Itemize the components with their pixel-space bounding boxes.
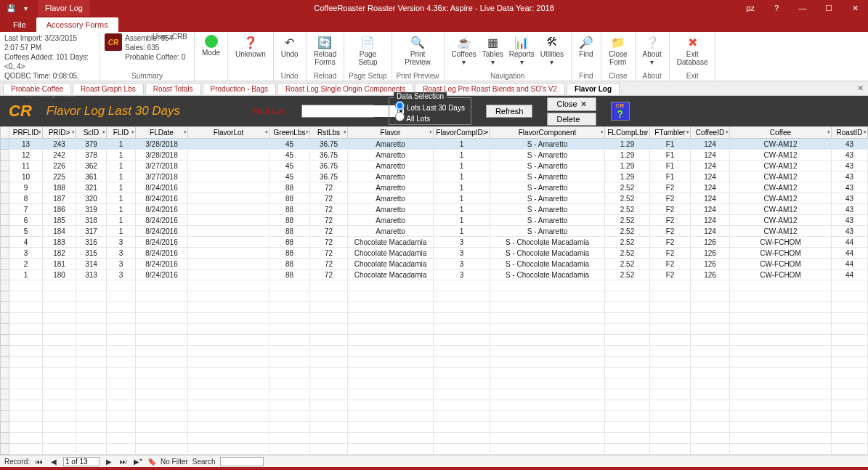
- cell[interactable]: 88: [269, 259, 310, 270]
- cell[interactable]: F2: [650, 248, 691, 259]
- cell[interactable]: 72: [310, 193, 348, 204]
- cell[interactable]: 181: [43, 259, 76, 270]
- table-row[interactable]: 1324337913/28/20184536.75Amaretto1S - Am…: [1, 139, 868, 150]
- cell[interactable]: [188, 161, 269, 171]
- col-flid[interactable]: FLID▾: [107, 127, 136, 139]
- reload-forms-button[interactable]: 🔄Reload Forms: [311, 33, 340, 68]
- cell[interactable]: [188, 171, 269, 182]
- cell[interactable]: S - Chocolate Macadamia: [490, 237, 605, 248]
- cell[interactable]: 1: [107, 204, 136, 215]
- cell[interactable]: 313: [76, 270, 107, 280]
- filter-icon[interactable]: ▾: [72, 129, 75, 135]
- cell[interactable]: S - Amaretto: [490, 139, 605, 150]
- cell[interactable]: 9: [9, 182, 43, 193]
- cell[interactable]: 1.29: [605, 150, 650, 161]
- cell[interactable]: CW-AM12: [730, 204, 832, 215]
- cell[interactable]: 2: [9, 259, 43, 270]
- cell[interactable]: CW-FCHOM: [730, 237, 832, 248]
- cell[interactable]: 43: [832, 204, 868, 215]
- cell[interactable]: S - Amaretto: [490, 215, 605, 226]
- cell[interactable]: Amaretto: [348, 139, 434, 150]
- cell[interactable]: 124: [691, 204, 730, 215]
- cell[interactable]: 126: [691, 237, 730, 248]
- data-grid[interactable]: PRFLID▾PRID>▾ScID▾FLID▾FLDate▾FlavorLot▾…: [0, 126, 868, 455]
- about-button[interactable]: ❔About▾: [640, 33, 665, 68]
- col-ftumbler[interactable]: FTumbler▾: [650, 127, 691, 139]
- cell[interactable]: F2: [650, 215, 691, 226]
- close-button[interactable]: Close✕: [547, 97, 596, 111]
- cell[interactable]: Amaretto: [348, 171, 434, 182]
- tab-file[interactable]: File: [3, 17, 36, 32]
- nav-next-icon[interactable]: ▶: [104, 458, 114, 466]
- cell[interactable]: 361: [76, 171, 107, 182]
- filter-icon[interactable]: ▾: [131, 129, 134, 135]
- cell[interactable]: CW-AM12: [730, 161, 832, 171]
- cell[interactable]: CW-FCHOM: [730, 248, 832, 259]
- cell[interactable]: 1: [107, 193, 136, 204]
- nav-last-icon[interactable]: ⏭: [118, 458, 129, 466]
- cell[interactable]: 72: [310, 237, 348, 248]
- cell[interactable]: 36.75: [310, 139, 348, 150]
- record-position-input[interactable]: [63, 457, 100, 466]
- cell[interactable]: 2.52: [605, 248, 650, 259]
- tab-flavor-log[interactable]: Flavor Log: [567, 83, 620, 94]
- cell[interactable]: 43: [832, 182, 868, 193]
- table-row[interactable]: 318231538/24/20168872Chocolate Macadamia…: [1, 248, 868, 259]
- cell[interactable]: 1: [107, 215, 136, 226]
- title-tab-flavor-log[interactable]: Flavor Log: [38, 0, 90, 16]
- cell[interactable]: 1: [434, 204, 490, 215]
- filter-icon[interactable]: ▾: [726, 129, 729, 135]
- cell[interactable]: 321: [76, 182, 107, 193]
- filter-icon[interactable]: 🔖: [147, 458, 156, 466]
- filter-icon[interactable]: ▾: [184, 129, 187, 135]
- cell[interactable]: 317: [76, 226, 107, 237]
- minimize-icon[interactable]: —: [790, 0, 816, 16]
- cell[interactable]: 8/24/2016: [136, 248, 188, 259]
- cell[interactable]: 124: [691, 193, 730, 204]
- cell[interactable]: 3/28/2018: [136, 139, 188, 150]
- cell[interactable]: 43: [832, 171, 868, 182]
- row-selector[interactable]: [1, 150, 9, 161]
- cell[interactable]: F2: [650, 259, 691, 270]
- cell[interactable]: 184: [43, 226, 76, 237]
- cell[interactable]: Amaretto: [348, 193, 434, 204]
- filter-icon[interactable]: ▾: [265, 129, 268, 135]
- cell[interactable]: 11: [9, 161, 43, 171]
- cell[interactable]: 187: [43, 193, 76, 204]
- cell[interactable]: S - Amaretto: [490, 204, 605, 215]
- cell[interactable]: 124: [691, 150, 730, 161]
- cell[interactable]: S - Amaretto: [490, 226, 605, 237]
- cell[interactable]: S - Amaretto: [490, 193, 605, 204]
- cell[interactable]: [188, 193, 269, 204]
- cell[interactable]: 3/27/2018: [136, 171, 188, 182]
- cell[interactable]: CW-AM12: [730, 150, 832, 161]
- cell[interactable]: CW-AM12: [730, 182, 832, 193]
- cell[interactable]: 72: [310, 259, 348, 270]
- cell[interactable]: 44: [832, 270, 868, 280]
- cell[interactable]: Amaretto: [348, 226, 434, 237]
- cell[interactable]: 3: [434, 259, 490, 270]
- cell[interactable]: S - Chocolate Macadamia: [490, 248, 605, 259]
- cell[interactable]: 1.29: [605, 171, 650, 182]
- cell[interactable]: 242: [43, 150, 76, 161]
- filter-icon[interactable]: ▾: [486, 129, 489, 135]
- row-selector[interactable]: [1, 215, 9, 226]
- cell[interactable]: 45: [269, 139, 310, 150]
- cell[interactable]: 88: [269, 237, 310, 248]
- cell[interactable]: Amaretto: [348, 215, 434, 226]
- row-selector[interactable]: [1, 237, 9, 248]
- cell[interactable]: 8/24/2016: [136, 270, 188, 280]
- cell[interactable]: 3: [107, 248, 136, 259]
- cell[interactable]: 43: [832, 215, 868, 226]
- tab-close-icon[interactable]: ✕: [857, 84, 864, 93]
- close-form-button[interactable]: 📁Close Form: [606, 33, 630, 68]
- cell[interactable]: 1.29: [605, 139, 650, 150]
- cell[interactable]: 1: [107, 139, 136, 150]
- find-button[interactable]: 🔎Find: [576, 33, 596, 60]
- cell[interactable]: 36.75: [310, 150, 348, 161]
- cell[interactable]: [188, 226, 269, 237]
- tab-probable-coffee[interactable]: Probable Coffee: [3, 83, 71, 94]
- cell[interactable]: 315: [76, 248, 107, 259]
- cell[interactable]: F1: [650, 161, 691, 171]
- search-input[interactable]: [220, 457, 264, 466]
